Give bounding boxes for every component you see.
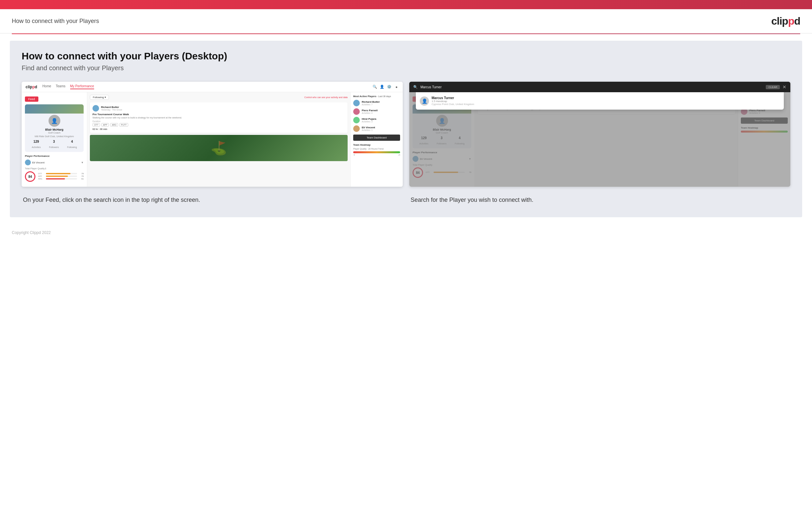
player-select-row-1[interactable]: Eli Vincent ▼ (25, 160, 84, 165)
search-result-location-1: Cypress Point Club, United Kingdom (432, 103, 474, 106)
search-result-item-1[interactable]: 👤 Marcus Turner 1.5 Handicap Cypress Poi… (419, 95, 781, 107)
search-result-info-1: Marcus Turner 1.5 Handicap Cypress Point… (432, 96, 474, 106)
app-nav-right-1: 🔍 👤 ⚙️ ● (373, 85, 399, 89)
search-bar-2: 🔍 Marcus Turner CLEAR ✕ (409, 82, 791, 92)
step-panel-1: On your Feed, click on the search icon i… (21, 196, 403, 204)
stat-following-1: 4 Following (67, 140, 77, 149)
stat-following-label-1: Following (67, 146, 77, 148)
header-divider (12, 34, 800, 34)
app-navbar-1: clippd Home Teams My Performance 🔍 👤 ⚙️ … (21, 82, 403, 92)
tag-putt-1: PUTT (120, 123, 128, 127)
player-list-item-1: Richard Butler Activities: 7 (353, 100, 400, 106)
player-avatar-ev-1 (353, 125, 360, 132)
page-title: How to connect with your Players (12, 18, 99, 25)
app-logo-1: clippd (26, 85, 37, 89)
period-badge-1: · Last 30 days (377, 95, 391, 97)
qbar-app-1: APP 70 (38, 175, 84, 177)
step-text-1: On your Feed, click on the search icon i… (23, 196, 401, 204)
app-content-1: Feed 👤 Blair McHarg Golf Coach Mill Ride… (21, 92, 403, 187)
player-name-pp-1: Piers Parnell (362, 109, 400, 112)
player-avatar-hp-1 (353, 117, 360, 123)
header: How to connect with your Players clippd (0, 9, 812, 34)
golfer-icon-1: ⛳ (210, 140, 227, 156)
screenshot-2: clippd Home Teams My Performance 🔍 👤 ⚙️ … (409, 82, 791, 187)
nav-teams-1[interactable]: Teams (56, 84, 65, 89)
player-acts-rb-1: Activities: 7 (362, 103, 400, 106)
clear-button-2[interactable]: CLEAR (766, 85, 780, 89)
player-info-hp-1: Hiral Pujara Activities: 3 (362, 118, 400, 123)
main-content: How to connect with your Players (Deskto… (10, 41, 802, 217)
settings-icon-1[interactable]: ⚙️ (387, 85, 392, 89)
qbar-arg-1: ARG 61 (38, 178, 84, 180)
heatmap-period-1: Player Quality · 20 Round Trend (353, 148, 400, 150)
most-active-title-1: Most Active Players · Last 30 days (353, 95, 400, 98)
player-acts-pp-1: Activities: 4 (362, 112, 400, 114)
profile-stats-1: 129 Activities 3 Followers 4 Following (28, 140, 81, 149)
control-link-1[interactable]: Control who can see your activity and da… (304, 96, 348, 98)
app-mockup-2: clippd Home Teams My Performance 🔍 👤 ⚙️ … (409, 82, 791, 187)
stat-following-value-1: 4 (67, 140, 77, 143)
player-acts-hp-1: Activities: 3 (362, 120, 400, 123)
tag-app-1: APP (101, 123, 109, 127)
player-select-name-1: Eli Vincent (32, 161, 80, 164)
heatmap-labels-1: -5 +5 (353, 154, 400, 156)
app-nav-items-1: Home Teams My Performance (42, 84, 94, 89)
player-name-ev-1: Eli Vincent (362, 126, 400, 129)
footer: Copyright Clippd 2022 (0, 224, 812, 242)
stat-followers-1: 3 Followers (49, 140, 59, 149)
score-circle-1: 84 (25, 171, 36, 182)
player-info-rb-1: Richard Butler Activities: 7 (362, 100, 400, 106)
following-button-1[interactable]: Following ▾ (90, 95, 109, 100)
activity-name-1: Richard Butler (101, 106, 345, 109)
logo: clippd (771, 15, 800, 27)
nav-home-1[interactable]: Home (42, 84, 51, 89)
team-dashboard-btn-1[interactable]: Team Dashboard (353, 134, 400, 141)
top-bar (0, 0, 812, 9)
search-result-avatar-1: 👤 (420, 96, 429, 106)
player-info-pp-1: Piers Parnell Activities: 4 (362, 109, 400, 114)
activity-card-1: Richard Butler Yesterday · The Grove Pre… (90, 102, 348, 133)
activity-meta-1: Richard Butler Yesterday · The Grove (101, 106, 345, 111)
following-row-1: Following ▾ Control who can see your act… (90, 95, 348, 100)
dropdown-arrow-1: ▼ (81, 161, 84, 164)
player-info-ev-1: Eli Vincent Activities: 1 (362, 126, 400, 131)
step-panel-2: Search for the Player you wish to connec… (409, 196, 791, 204)
search-icon-1[interactable]: 🔍 (373, 85, 377, 89)
activity-date-1: Yesterday · The Grove (101, 109, 345, 111)
search-input-text-2[interactable]: Marcus Turner (420, 85, 763, 89)
player-perf-1: Player Performance Eli Vincent ▼ Total P… (25, 155, 84, 182)
search-overlay-2: 🔍 Marcus Turner CLEAR ✕ 👤 Marcus Turner … (409, 82, 791, 187)
player-list-item-4: Eli Vincent Activities: 1 (353, 125, 400, 132)
profile-card-1: 👤 Blair McHarg Golf Coach Mill Ride Golf… (25, 104, 84, 152)
user-icon-1[interactable]: 👤 (380, 85, 384, 89)
logo-accent: p (788, 15, 794, 27)
search-icon-2[interactable]: 🔍 (413, 85, 418, 89)
app-sidebar-1: Feed 👤 Blair McHarg Golf Coach Mill Ride… (21, 92, 87, 187)
feed-tab-1[interactable]: Feed (25, 96, 38, 102)
feed-photo-1: ⛳ (90, 135, 348, 161)
player-name-rb-1: Richard Butler (362, 100, 400, 103)
duration-label-1: Duration (93, 120, 345, 122)
app-mockup-1: clippd Home Teams My Performance 🔍 👤 ⚙️ … (21, 82, 403, 187)
tag-arg-1: ARG (110, 123, 118, 127)
step-text-2: Search for the Player you wish to connec… (411, 196, 789, 204)
activity-avatar-1 (93, 105, 99, 112)
screenshot-1: clippd Home Teams My Performance 🔍 👤 ⚙️ … (21, 82, 403, 187)
profile-name-1: Blair McHarg (28, 128, 81, 131)
player-perf-title-1: Player Performance (25, 155, 84, 158)
quality-score-row-1: 84 OTT 79 (25, 171, 84, 182)
stat-activities-label-1: Activities (32, 146, 41, 148)
qbar-ott-1: OTT 79 (38, 173, 84, 175)
avatar-icon-1[interactable]: ● (394, 85, 399, 89)
close-search-button-2[interactable]: ✕ (782, 84, 786, 90)
stat-followers-value-1: 3 (49, 140, 59, 143)
activity-header-1: Richard Butler Yesterday · The Grove (93, 105, 345, 112)
profile-banner-1 (25, 104, 84, 114)
activity-duration-1: 02 hr : 00 min (93, 128, 345, 130)
profile-avatar-1: 👤 (49, 115, 60, 127)
main-heading: How to connect with your Players (Deskto… (21, 50, 791, 62)
search-result-name-1: Marcus Turner (432, 96, 474, 100)
player-avatar-rb-1 (353, 100, 360, 106)
activity-tags-1: OTT APP ARG PUTT (93, 123, 345, 127)
nav-myperformance-1[interactable]: My Performance (70, 84, 94, 89)
